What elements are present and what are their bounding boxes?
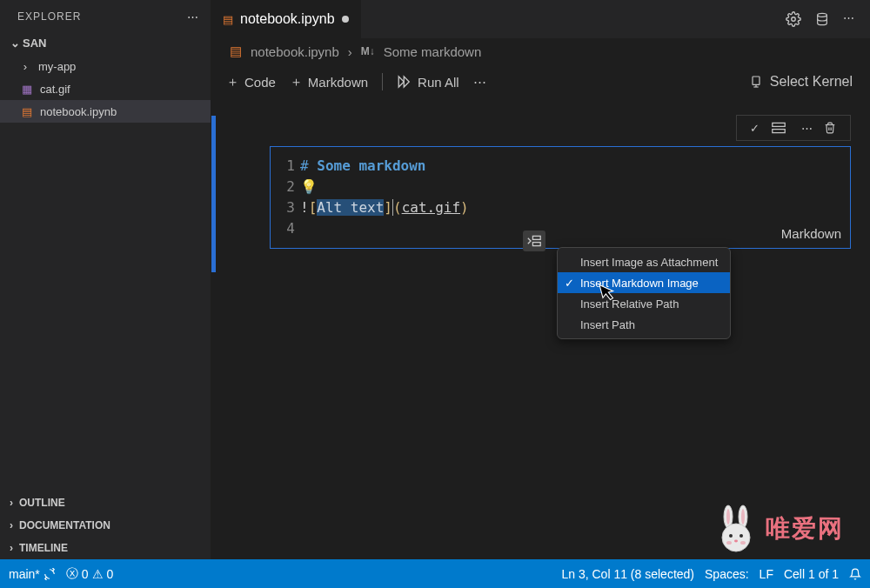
svg-point-15 bbox=[722, 524, 750, 551]
svg-point-18 bbox=[734, 540, 738, 543]
breadcrumb-file: notebook.ipynb bbox=[251, 44, 339, 59]
file-tree: › my-app ▦ cat.gif ▤ notebook.ipynb bbox=[0, 53, 211, 124]
check-icon: ✓ bbox=[565, 277, 574, 290]
menu-insert-markdown-image[interactable]: ✓ Insert Markdown Image bbox=[558, 272, 730, 293]
image-icon: ▦ bbox=[19, 83, 35, 96]
tree-file-notebook[interactable]: ▤ notebook.ipynb bbox=[0, 100, 211, 123]
panel-outline[interactable]: ›OUTLINE bbox=[0, 491, 211, 514]
add-code-button[interactable]: ＋ Code bbox=[226, 74, 276, 90]
notebook-icon: ▤ bbox=[223, 13, 233, 26]
split-icon[interactable] bbox=[772, 122, 789, 134]
svg-point-16 bbox=[729, 534, 733, 538]
error-icon: ⓧ bbox=[66, 566, 78, 582]
menu-insert-path[interactable]: Insert Path bbox=[558, 314, 730, 335]
status-spaces[interactable]: Spaces: bbox=[705, 567, 749, 581]
more-icon[interactable]: ⋯ bbox=[473, 74, 486, 90]
lightbulb-icon: 💡 bbox=[300, 178, 318, 195]
dirty-indicator bbox=[342, 16, 349, 23]
explorer-title: EXPLORER bbox=[17, 10, 81, 23]
sidebar-bottom-panels: ›OUTLINE ›DOCUMENTATION ›TIMELINE bbox=[0, 491, 211, 559]
chevron-right-icon: › bbox=[5, 519, 17, 531]
code-line-4 bbox=[300, 218, 850, 239]
database-icon[interactable] bbox=[815, 11, 829, 27]
editor-area: ▤ notebook.ipynb ⋯ ▤ notebook.ipynb › M↓… bbox=[211, 0, 870, 559]
code-action-widget[interactable] bbox=[523, 231, 545, 251]
svg-rect-4 bbox=[753, 77, 760, 84]
tab-bar: ▤ notebook.ipynb ⋯ bbox=[211, 0, 870, 38]
markdown-symbol-icon: M↓ bbox=[361, 45, 375, 57]
markdown-cell[interactable]: 1 2 3 4 # Some markdown 💡 ![Alt text](ca… bbox=[270, 146, 851, 249]
tree-folder-my-app[interactable]: › my-app bbox=[0, 55, 211, 77]
status-bar: main* ⓧ0 ⚠0 Ln 3, Col 11 (8 selected) Sp… bbox=[0, 559, 870, 588]
add-markdown-button[interactable]: ＋ Markdown bbox=[290, 74, 368, 90]
svg-point-17 bbox=[740, 534, 743, 538]
folder-root[interactable]: ⌄ SAN bbox=[0, 33, 211, 53]
tree-file-cat-gif[interactable]: ▦ cat.gif bbox=[0, 77, 211, 100]
cell-focus-indicator bbox=[211, 116, 216, 272]
panel-documentation[interactable]: ›DOCUMENTATION bbox=[0, 514, 211, 537]
svg-rect-9 bbox=[532, 236, 540, 239]
code-line-2: 💡 bbox=[300, 177, 850, 197]
explorer-sidebar: EXPLORER ⋯ ⌄ SAN › my-app ▦ cat.gif ▤ no… bbox=[0, 0, 211, 559]
line-number: 4 bbox=[278, 218, 295, 239]
svg-point-19 bbox=[726, 541, 732, 545]
plus-icon: ＋ bbox=[290, 74, 303, 90]
chevron-right-icon: › bbox=[5, 497, 17, 509]
code-line-1: # Some markdown bbox=[300, 156, 850, 177]
chevron-down-icon: ⌄ bbox=[9, 37, 21, 50]
line-number: 3 bbox=[278, 197, 295, 218]
gear-icon[interactable] bbox=[786, 11, 801, 27]
svg-rect-8 bbox=[773, 130, 785, 133]
server-icon bbox=[749, 74, 763, 90]
breadcrumb-symbol: Some markdown bbox=[384, 44, 482, 59]
more-icon[interactable]: ⋯ bbox=[187, 10, 198, 23]
notebook-toolbar: ＋ Code ＋ Markdown Run All ⋯ Select Kerne… bbox=[211, 64, 870, 99]
cell-gutter bbox=[211, 116, 271, 248]
explorer-header: EXPLORER ⋯ bbox=[0, 0, 211, 33]
line-number: 1 bbox=[278, 156, 295, 177]
menu-insert-relative-path[interactable]: Insert Relative Path bbox=[558, 293, 730, 314]
status-branch[interactable]: main* bbox=[9, 567, 56, 581]
svg-point-0 bbox=[792, 17, 796, 22]
root-label: SAN bbox=[23, 37, 46, 50]
svg-rect-7 bbox=[773, 123, 785, 126]
select-kernel-button[interactable]: Select Kernel bbox=[749, 74, 853, 90]
plus-icon: ＋ bbox=[226, 74, 239, 90]
watermark-text: 唯爱网 bbox=[766, 512, 844, 545]
tab-label: notebook.ipynb bbox=[240, 11, 335, 27]
line-number: 2 bbox=[278, 177, 295, 197]
menu-insert-image-attachment[interactable]: Insert Image as Attachment bbox=[558, 251, 730, 272]
breadcrumb[interactable]: ▤ notebook.ipynb › M↓ Some markdown bbox=[211, 38, 870, 64]
status-eol[interactable]: LF bbox=[760, 567, 773, 581]
run-all-icon bbox=[397, 75, 412, 89]
svg-point-20 bbox=[740, 541, 746, 545]
confirm-icon[interactable]: ✓ bbox=[746, 122, 763, 135]
chevron-right-icon: › bbox=[348, 44, 352, 59]
sync-icon bbox=[44, 568, 56, 580]
watermark: 唯爱网 bbox=[715, 504, 844, 553]
warning-icon: ⚠ bbox=[92, 567, 104, 581]
trash-icon[interactable] bbox=[824, 121, 841, 135]
bunny-icon bbox=[715, 504, 759, 553]
chevron-right-icon: › bbox=[19, 60, 31, 73]
svg-point-14 bbox=[741, 509, 745, 525]
status-problems[interactable]: ⓧ0 ⚠0 bbox=[66, 566, 114, 582]
status-cell[interactable]: Cell 1 of 1 bbox=[784, 567, 839, 581]
tab-actions: ⋯ bbox=[786, 11, 870, 27]
status-cursor-position[interactable]: Ln 3, Col 11 (8 selected) bbox=[561, 567, 694, 581]
tab-notebook[interactable]: ▤ notebook.ipynb bbox=[211, 0, 361, 38]
run-all-button[interactable]: Run All bbox=[397, 75, 459, 90]
tree-label: my-app bbox=[38, 60, 76, 73]
bell-icon[interactable] bbox=[849, 567, 861, 581]
cell-type-label[interactable]: Markdown bbox=[781, 226, 841, 241]
more-icon[interactable]: ⋯ bbox=[798, 122, 815, 135]
code-editor[interactable]: 1 2 3 4 # Some markdown 💡 ![Alt text](ca… bbox=[271, 147, 850, 248]
more-icon[interactable]: ⋯ bbox=[843, 11, 854, 27]
code-line-3: ![Alt text](cat.gif) bbox=[300, 197, 850, 218]
tree-label: cat.gif bbox=[40, 83, 70, 96]
notebook-icon: ▤ bbox=[230, 43, 242, 59]
tree-label: notebook.ipynb bbox=[40, 105, 117, 118]
separator bbox=[382, 73, 383, 90]
panel-timeline[interactable]: ›TIMELINE bbox=[0, 537, 211, 559]
svg-point-13 bbox=[726, 509, 730, 525]
